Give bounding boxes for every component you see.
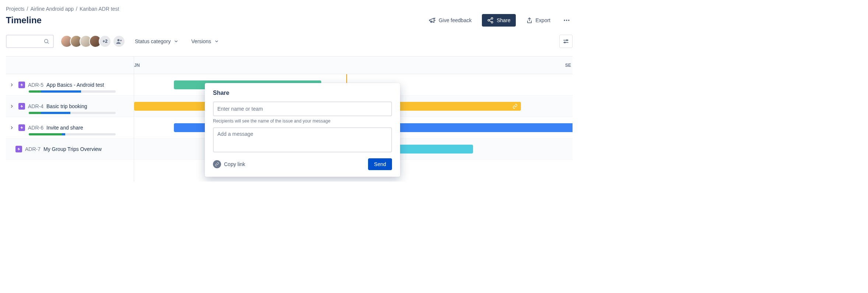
share-button[interactable]: Share [482, 14, 515, 27]
search-input[interactable] [6, 35, 54, 48]
svg-marker-19 [20, 83, 23, 86]
more-actions-button[interactable] [561, 14, 573, 26]
epic-row[interactable]: ADR-6 Invite and share [6, 117, 134, 138]
svg-marker-21 [20, 126, 23, 129]
chevron-down-icon [174, 39, 179, 44]
month-label: SE [565, 63, 571, 68]
expand-button[interactable] [8, 124, 15, 131]
share-popover-title: Share [213, 90, 392, 96]
epic-row[interactable]: ADR-5 App Basics - Android test [6, 74, 134, 96]
epic-key: ADR-4 [28, 103, 43, 109]
epic-row[interactable]: ADR-4 Basic trip booking [6, 96, 134, 117]
give-feedback-button[interactable]: Give feedback [424, 14, 476, 26]
copy-link-button[interactable]: Copy link [213, 160, 245, 168]
svg-point-12 [118, 39, 120, 41]
svg-line-5 [490, 21, 491, 22]
progress-bar [29, 112, 116, 114]
breadcrumb-separator: / [27, 6, 28, 12]
month-label: JN [134, 63, 140, 68]
epic-summary: App Basics - Android test [46, 82, 104, 88]
chevron-right-icon [9, 82, 14, 87]
epic-summary: Invite and share [46, 125, 83, 131]
share-help-text: Recipients will see the name of the issu… [213, 118, 392, 124]
epic-summary: Basic trip booking [46, 103, 87, 109]
svg-point-8 [566, 20, 567, 21]
svg-point-10 [45, 39, 48, 43]
search-icon [43, 38, 49, 44]
megaphone-icon [428, 17, 436, 24]
share-message-input[interactable] [213, 127, 392, 152]
breadcrumb-board[interactable]: Kanban ADR test [80, 6, 119, 12]
svg-point-16 [567, 40, 568, 41]
chevron-down-icon [214, 39, 219, 44]
svg-point-18 [564, 42, 566, 43]
assignee-avatars: +2 [60, 35, 125, 48]
export-icon [526, 17, 533, 24]
breadcrumb-project[interactable]: Airline Android app [30, 6, 74, 12]
give-feedback-label: Give feedback [439, 17, 472, 23]
svg-marker-22 [17, 147, 20, 150]
export-button[interactable]: Export [522, 15, 555, 26]
copy-link-label: Copy link [224, 161, 245, 167]
add-people-button[interactable] [113, 35, 125, 48]
expand-button[interactable] [8, 81, 15, 89]
svg-line-0 [434, 18, 435, 19]
share-icon [487, 17, 494, 24]
add-person-icon [116, 38, 122, 45]
svg-point-9 [568, 20, 569, 21]
sliders-icon [563, 38, 569, 45]
svg-point-7 [564, 20, 565, 21]
versions-filter[interactable]: Versions [188, 36, 222, 46]
breadcrumb-projects[interactable]: Projects [6, 6, 25, 12]
share-name-input[interactable] [213, 101, 392, 116]
svg-point-2 [491, 18, 493, 20]
svg-line-11 [48, 42, 49, 44]
chevron-right-icon [9, 125, 14, 130]
svg-line-6 [490, 19, 491, 20]
avatar-overflow[interactable]: +2 [99, 35, 111, 48]
more-icon [563, 17, 570, 24]
breadcrumb-separator: / [76, 6, 77, 12]
epic-key: ADR-5 [28, 82, 43, 88]
epic-key: ADR-6 [28, 125, 43, 131]
epic-key: ADR-7 [25, 146, 41, 152]
timeline-container: ADR-5 App Basics - Android test ADR-4 Ba… [6, 56, 573, 182]
page-title: Timeline [6, 15, 42, 25]
progress-bar [29, 133, 116, 135]
export-label: Export [536, 17, 550, 23]
svg-point-3 [488, 20, 490, 21]
epic-icon [15, 146, 22, 152]
timeline-header: JN SE [134, 56, 573, 74]
breadcrumb: Projects / Airline Android app / Kanban … [6, 6, 573, 12]
svg-marker-20 [20, 104, 23, 107]
epic-icon [18, 82, 25, 88]
status-category-label: Status category [135, 38, 171, 44]
status-category-filter[interactable]: Status category [132, 36, 182, 46]
epic-list-pane: ADR-5 App Basics - Android test ADR-4 Ba… [6, 56, 134, 182]
svg-point-4 [491, 21, 493, 23]
versions-label: Versions [191, 38, 211, 44]
view-settings-button[interactable] [559, 35, 573, 48]
share-popover: Share Recipients will see the name of th… [205, 83, 400, 177]
epic-icon [18, 103, 25, 110]
progress-bar [29, 90, 116, 93]
epic-icon [18, 124, 25, 131]
epic-summary: My Group Trips Overview [43, 146, 102, 152]
link-icon [213, 160, 221, 168]
epic-row[interactable]: ADR-7 My Group Trips Overview [6, 138, 134, 160]
share-label: Share [497, 17, 510, 23]
link-icon[interactable] [511, 102, 519, 111]
expand-button[interactable] [8, 103, 15, 110]
send-button[interactable]: Send [368, 158, 392, 170]
chevron-right-icon [9, 104, 14, 109]
epic-list-header [6, 56, 134, 74]
